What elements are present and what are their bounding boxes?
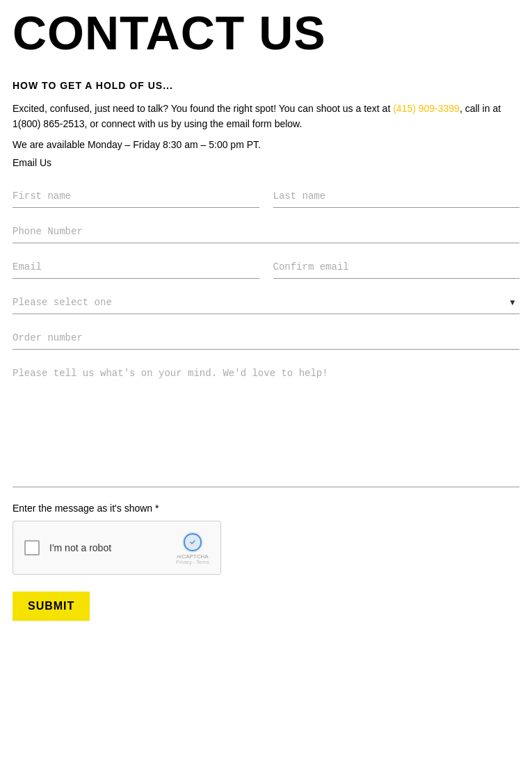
confirm-email-wrapper <box>273 256 520 279</box>
phone-wrapper <box>13 220 519 243</box>
recaptcha-widget[interactable]: I'm not a robot reCAPTCHA Privacy - Term… <box>13 521 221 575</box>
availability-text: We are available Monday – Friday 8:30 am… <box>13 139 519 150</box>
message-wrapper <box>13 362 519 490</box>
captcha-label: Enter the message as it's shown * <box>13 503 519 514</box>
recaptcha-links: Privacy - Terms <box>176 560 209 564</box>
phone-input[interactable] <box>13 220 519 243</box>
email-wrapper <box>13 256 259 279</box>
submit-button[interactable]: SUBMIT <box>13 592 90 621</box>
recaptcha-checkbox[interactable] <box>24 540 40 555</box>
first-name-wrapper <box>13 185 259 208</box>
section-heading: HOW TO GET A HOLD OF US... <box>13 80 519 91</box>
email-input[interactable] <box>13 256 259 279</box>
topic-select-wrapper: Please select one Order Issue Product Qu… <box>13 291 519 314</box>
first-name-input[interactable] <box>13 185 259 208</box>
last-name-wrapper <box>273 185 520 208</box>
email-row <box>13 256 519 291</box>
order-number-input[interactable] <box>13 327 519 350</box>
recaptcha-logo-icon <box>182 531 204 553</box>
recaptcha-brand: reCAPTCHA <box>177 553 208 560</box>
message-textarea[interactable] <box>13 362 519 487</box>
topic-select[interactable]: Please select one Order Issue Product Qu… <box>13 291 519 314</box>
email-us-label: Email Us <box>13 157 519 168</box>
contact-form: Please select one Order Issue Product Qu… <box>13 185 519 621</box>
order-number-wrapper <box>13 327 519 350</box>
description-intro: Excited, confused, just need to talk? Yo… <box>13 103 393 114</box>
name-row <box>13 185 519 220</box>
last-name-input[interactable] <box>273 185 520 208</box>
description-text: Excited, confused, just need to talk? Yo… <box>13 101 519 132</box>
page-title: CONTACT US <box>13 7 519 59</box>
confirm-email-input[interactable] <box>273 256 520 279</box>
phone-link[interactable]: (415) 909-3399 <box>393 103 460 114</box>
recaptcha-logo-area: reCAPTCHA Privacy - Terms <box>176 531 209 564</box>
recaptcha-text: I'm not a robot <box>49 542 169 553</box>
